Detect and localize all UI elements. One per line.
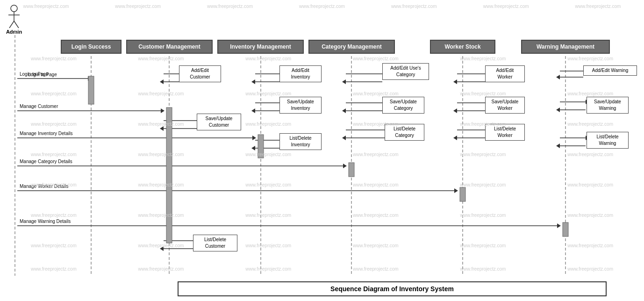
svg-marker-56: [161, 108, 165, 113]
svg-marker-34: [556, 75, 560, 79]
note-save-update-inventory: Save/UpdateInventory: [279, 97, 322, 114]
svg-marker-13: [88, 76, 92, 81]
svg-line-3: [9, 21, 14, 28]
note-add-edit-customer: Add/EditCustomer: [179, 65, 221, 82]
lifeline-customer: Customer Management: [126, 40, 213, 54]
note-list-delete-worker: List/DeleteWorker: [485, 124, 525, 141]
note-save-update-worker: Save/UpdateWorker: [485, 97, 525, 114]
lifeline-inventory: Inventory Management: [217, 40, 304, 54]
svg-marker-68: [342, 136, 346, 140]
svg-marker-78: [454, 188, 458, 193]
svg-marker-62: [251, 146, 255, 150]
lifeline-login: Login Success: [61, 40, 122, 54]
note-add-edit-inventory: Add/EditInventory: [279, 65, 322, 82]
note-add-edit-category: Add/Edit Use'sCategory: [382, 63, 429, 80]
svg-marker-80: [557, 223, 561, 228]
msg-manage-inventory: Manage Inventory Details: [20, 131, 72, 136]
diagram-title: Sequence Diagram of Inventory System: [178, 281, 607, 296]
svg-marker-72: [453, 136, 457, 140]
svg-marker-64: [343, 164, 347, 168]
note-save-update-category: Save/UpdateCategory: [382, 97, 424, 114]
svg-rect-90: [563, 222, 568, 236]
lifeline-worker: Worker Stock: [430, 40, 495, 54]
svg-marker-46: [453, 108, 457, 113]
note-list-delete-category: List/DeleteCategory: [385, 124, 424, 141]
svg-marker-18: [160, 79, 164, 84]
svg-marker-26: [342, 79, 346, 84]
actor-label: Admin: [5, 29, 23, 35]
msg-manage-worker: Manage Worker Details: [20, 184, 68, 189]
note-save-update-customer: Save/UpdateCustomer: [197, 114, 241, 130]
svg-marker-58: [252, 136, 256, 140]
svg-rect-85: [88, 76, 94, 104]
msg-manage-category: Manage Category Details: [20, 159, 72, 164]
msg-manage-customer: Manage Customer: [20, 104, 58, 109]
note-add-edit-worker: Add/EditWorker: [485, 65, 525, 82]
note-list-delete-inventory: List/DeleteInventory: [279, 133, 322, 150]
svg-rect-88: [349, 163, 354, 177]
svg-marker-38: [251, 108, 255, 113]
note-add-edit-warning: Add/Edit Warning: [583, 65, 637, 76]
svg-rect-86: [166, 108, 172, 243]
svg-marker-54: [160, 126, 164, 131]
actor-admin: Admin: [5, 5, 23, 35]
svg-marker-84: [160, 246, 164, 251]
svg-marker-76: [556, 143, 560, 148]
svg-point-0: [11, 5, 17, 12]
svg-marker-42: [342, 108, 346, 113]
lifeline-category: Category Management: [308, 40, 395, 54]
svg-rect-87: [258, 135, 264, 158]
lifeline-warning: Warning Management: [521, 40, 610, 54]
svg-marker-50: [556, 108, 560, 112]
svg-rect-89: [460, 187, 465, 201]
svg-line-4: [14, 21, 19, 28]
msg-login-to-page: Login to Page: [20, 72, 49, 77]
svg-marker-30: [453, 79, 457, 84]
msg-manage-warning: Manage Warning Details: [20, 219, 71, 224]
note-list-delete-customer: List/DeleteCustomer: [193, 235, 237, 251]
svg-marker-22: [251, 79, 255, 84]
note-save-update-warning: Save/UpdateWarning: [587, 97, 629, 114]
note-list-delete-warning: List/DeleteWarning: [587, 132, 629, 149]
